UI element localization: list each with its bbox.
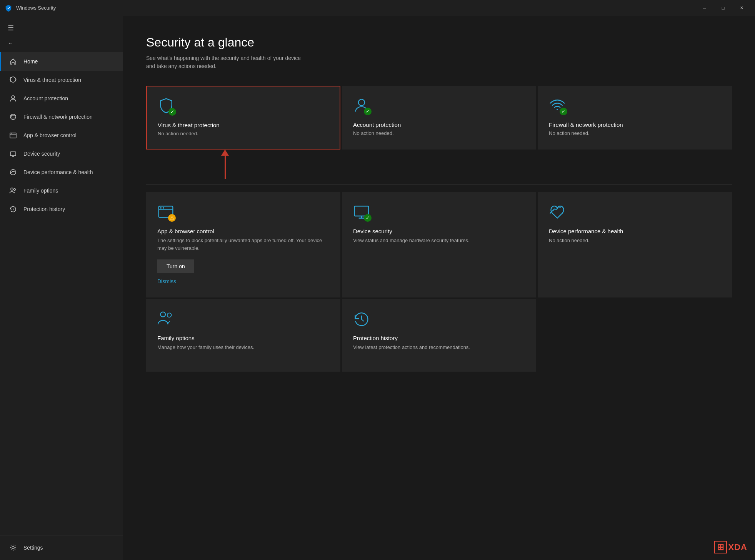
titlebar-left: Windows Security: [5, 4, 56, 12]
appbrowser-control-card[interactable]: ⚠ App & browser control The settings to …: [146, 192, 340, 297]
hamburger-menu[interactable]: ☰: [0, 19, 123, 37]
page-subtitle: See what's happening with the security a…: [146, 54, 732, 70]
firewall-card-badge: ✓: [560, 108, 567, 115]
account-card-name: Account protection: [353, 121, 525, 128]
app-body: ☰ ← Home: [0, 16, 755, 560]
deviceperf-icon-wrapper: [549, 203, 566, 222]
sidebar-item-virus[interactable]: Virus & threat protection: [0, 71, 123, 89]
minimize-button[interactable]: ─: [696, 0, 713, 16]
firewall-card[interactable]: ✓ Firewall & network protection No actio…: [538, 86, 732, 150]
maximize-button[interactable]: □: [714, 0, 732, 16]
titlebar-controls: ─ □ ✕: [696, 0, 750, 16]
svg-point-8: [12, 547, 14, 549]
family-card-desc: Manage how your family uses their device…: [157, 344, 329, 351]
sidebar-item-deviceperf-label: Device performance & health: [23, 169, 93, 175]
titlebar-title: Windows Security: [16, 5, 56, 11]
sidebar-item-firewall[interactable]: Firewall & network protection: [0, 108, 123, 126]
family-options-card[interactable]: Family options Manage how your family us…: [146, 299, 340, 372]
protection-history-card[interactable]: Protection history View latest protectio…: [342, 299, 536, 372]
heart-monitor-icon: [549, 203, 566, 220]
sidebar-item-settings[interactable]: Settings: [0, 538, 123, 557]
virus-card-name: Virus & threat protection: [158, 122, 329, 128]
appbrowser-icon-wrapper: ⚠: [157, 203, 174, 222]
arrow-annotation: [146, 150, 732, 180]
devicesecurity-card-name: Device security: [353, 228, 525, 234]
svg-point-5: [10, 169, 16, 175]
family-icon-wrapper: [157, 310, 174, 329]
sidebar-item-history-label: Protection history: [23, 206, 65, 212]
history-icon-wrapper: [353, 310, 370, 329]
account-card-icon-wrapper: ✓: [353, 97, 370, 115]
deviceperf-card-status: No action needed.: [549, 237, 721, 244]
sidebar-item-devicesecurity[interactable]: Device security: [0, 145, 123, 163]
sidebar-item-virus-label: Virus & threat protection: [23, 77, 81, 83]
sidebar-item-home[interactable]: Home: [0, 52, 123, 71]
firewall-card-name: Firewall & network protection: [549, 121, 721, 128]
account-card-status: No action needed.: [353, 130, 525, 136]
devicesecurity-icon-wrapper: ✓: [353, 203, 370, 222]
sidebar-item-family[interactable]: Family options: [0, 181, 123, 200]
svg-point-0: [12, 96, 15, 99]
sidebar-item-appbrowser[interactable]: App & browser control: [0, 126, 123, 145]
svg-point-12: [163, 207, 164, 209]
svg-point-11: [160, 207, 162, 209]
sidebar-settings-label: Settings: [23, 545, 43, 551]
back-button[interactable]: ←: [0, 37, 123, 49]
firewall-card-status: No action needed.: [549, 130, 721, 136]
family-card-icon: [157, 310, 174, 327]
virus-threat-card[interactable]: ✓ Virus & threat protection No action ne…: [146, 86, 340, 150]
back-icon: ←: [8, 40, 13, 46]
titlebar: Windows Security ─ □ ✕: [0, 0, 755, 16]
device-security-card[interactable]: ✓ Device security View status and manage…: [342, 192, 536, 297]
turn-on-button[interactable]: Turn on: [157, 259, 194, 273]
sidebar-item-account[interactable]: Account protection: [0, 89, 123, 108]
dismiss-button[interactable]: Dismiss: [157, 278, 176, 284]
history-icon: [9, 205, 17, 213]
sidebar: ☰ ← Home: [0, 16, 123, 560]
appbrowser-card-name: App & browser control: [157, 228, 329, 234]
appbrowser-card-badge: ⚠: [168, 214, 176, 222]
virus-card-badge: ✓: [168, 108, 176, 116]
devicesecurity-icon: [9, 150, 17, 158]
deviceperf-icon: [9, 168, 17, 176]
app-icon: [5, 4, 12, 12]
top-cards-grid: ✓ Virus & threat protection No action ne…: [146, 86, 732, 150]
devicesecurity-card-badge: ✓: [364, 214, 372, 222]
settings-icon: [9, 544, 17, 552]
deviceperf-card-name: Device performance & health: [549, 228, 721, 234]
extra-cards-grid: Family options Manage how your family us…: [146, 299, 732, 372]
family-card-name: Family options: [157, 335, 329, 341]
sidebar-item-appbrowser-label: App & browser control: [23, 132, 77, 138]
sidebar-item-deviceperf[interactable]: Device performance & health: [0, 163, 123, 181]
appbrowser-card-desc: The settings to block potentially unwant…: [157, 237, 329, 252]
xda-logo-text: ⊞XDA: [714, 542, 747, 552]
firewall-card-icon-wrapper: ✓: [549, 97, 566, 115]
svg-point-3: [11, 133, 12, 134]
main-content: Security at a glance See what's happenin…: [123, 16, 755, 560]
deviceperf-card[interactable]: Device performance & health No action ne…: [538, 192, 732, 297]
account-protection-card[interactable]: ✓ Account protection No action needed.: [342, 86, 536, 150]
sidebar-item-devicesecurity-label: Device security: [23, 151, 60, 157]
history-card-desc: View latest protection actions and recom…: [353, 344, 525, 351]
section-divider: [146, 184, 732, 184]
account-icon: [9, 95, 17, 102]
sidebar-nav: Home Virus & threat protection: [0, 52, 123, 218]
account-card-badge: ✓: [364, 108, 372, 115]
clock-history-icon: [353, 310, 370, 327]
sidebar-item-account-label: Account protection: [23, 95, 68, 101]
sidebar-item-history[interactable]: Protection history: [0, 200, 123, 218]
hamburger-icon: ☰: [8, 24, 14, 32]
firewall-icon: [9, 113, 17, 121]
page-title: Security at a glance: [146, 35, 732, 50]
svg-point-7: [14, 189, 16, 191]
history-card-name: Protection history: [353, 335, 525, 341]
virus-icon: [9, 76, 17, 84]
devicesecurity-card-desc: View status and manage hardware security…: [353, 237, 525, 244]
close-button[interactable]: ✕: [733, 0, 750, 16]
svg-point-15: [167, 313, 172, 317]
svg-point-6: [11, 188, 13, 190]
sidebar-item-firewall-label: Firewall & network protection: [23, 114, 93, 120]
xda-watermark: ⊞XDA: [714, 542, 747, 552]
appbrowser-icon: [9, 131, 17, 139]
bottom-cards-grid: ⚠ App & browser control The settings to …: [146, 192, 732, 297]
